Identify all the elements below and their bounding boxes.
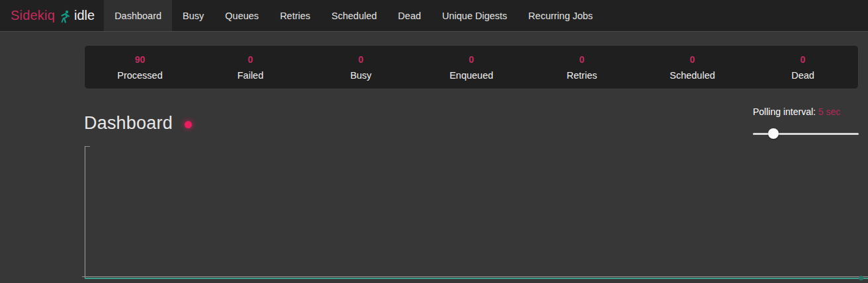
stat-dead-value: 0 bbox=[748, 54, 858, 65]
page-heading: Dashboard bbox=[84, 113, 192, 134]
polling-control: Polling interval: 5 sec bbox=[753, 106, 859, 139]
nav-item-dashboard[interactable]: Dashboard bbox=[104, 0, 172, 31]
page-title: Dashboard bbox=[84, 113, 173, 134]
brand-text: Sidekiq bbox=[11, 8, 55, 23]
slider-thumb-handle[interactable] bbox=[768, 128, 779, 139]
stat-retries-value: 0 bbox=[527, 54, 637, 65]
realtime-chart bbox=[85, 146, 868, 279]
stat-enqueued-label: Enqueued bbox=[416, 70, 527, 81]
stat-enqueued-value: 0 bbox=[416, 54, 527, 65]
stat-enqueued[interactable]: 0 Enqueued bbox=[416, 53, 527, 81]
nav-item-busy[interactable]: Busy bbox=[172, 0, 214, 31]
stat-scheduled[interactable]: 0 Scheduled bbox=[637, 53, 748, 81]
chart-y-axis-top-tick bbox=[85, 146, 90, 147]
nav-item-dead[interactable]: Dead bbox=[388, 0, 432, 31]
brand-link[interactable]: Sidekiq idle bbox=[0, 0, 100, 31]
stat-busy-label: Busy bbox=[306, 70, 416, 81]
stat-processed-value: 90 bbox=[85, 54, 195, 65]
nav-items: Dashboard Busy Queues Retries Scheduled … bbox=[104, 0, 603, 31]
nav-item-unique-digests[interactable]: Unique Digests bbox=[431, 0, 517, 31]
live-beacon-dot bbox=[185, 121, 192, 128]
stat-processed[interactable]: 90 Processed bbox=[85, 53, 195, 81]
stat-dead-label: Dead bbox=[748, 70, 858, 81]
stat-dead[interactable]: 0 Dead bbox=[748, 53, 858, 81]
stat-scheduled-label: Scheduled bbox=[637, 70, 748, 81]
chart-series-line-zero bbox=[85, 278, 868, 279]
polling-text: Polling interval: 5 sec bbox=[753, 106, 859, 117]
nav-item-retries[interactable]: Retries bbox=[269, 0, 321, 31]
stat-retries[interactable]: 0 Retries bbox=[527, 53, 637, 81]
nav-item-queues[interactable]: Queues bbox=[214, 0, 269, 31]
stat-failed-value: 0 bbox=[195, 54, 306, 65]
stat-scheduled-value: 0 bbox=[637, 54, 748, 65]
stat-processed-label: Processed bbox=[85, 70, 195, 81]
polling-interval-slider[interactable] bbox=[753, 128, 859, 139]
sidekiq-dancer-icon bbox=[60, 10, 70, 23]
polling-interval-value-link[interactable]: 5 sec bbox=[818, 106, 840, 117]
nav-item-recurring-jobs[interactable]: Recurring Jobs bbox=[518, 0, 604, 31]
stat-failed-label: Failed bbox=[195, 70, 306, 81]
nav-item-scheduled[interactable]: Scheduled bbox=[321, 0, 388, 31]
polling-interval-label: Polling interval: bbox=[753, 106, 816, 117]
stat-busy[interactable]: 0 Busy bbox=[306, 53, 416, 81]
stat-failed[interactable]: 0 Failed bbox=[195, 53, 306, 81]
stat-busy-value: 0 bbox=[306, 54, 416, 65]
chart-y-axis-line bbox=[85, 146, 85, 279]
stats-summary-bar: 90 Processed 0 Failed 0 Busy 0 Enqueued … bbox=[84, 45, 859, 89]
chart-x-axis-line bbox=[85, 276, 868, 277]
chart-series-endpoint-dot bbox=[859, 276, 863, 280]
sidekiq-status-label: idle bbox=[74, 8, 95, 23]
navbar: Sidekiq idle Dashboard Busy Queues Retri… bbox=[0, 0, 868, 32]
stat-retries-label: Retries bbox=[527, 70, 637, 81]
